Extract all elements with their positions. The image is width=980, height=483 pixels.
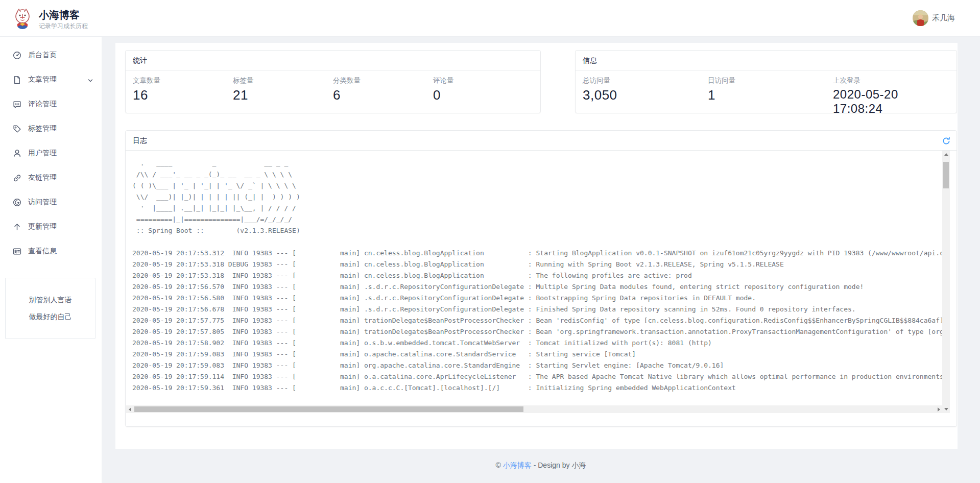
chevron-down-icon[interactable] — [87, 77, 93, 85]
info-card: 信息 总访问量 3,050 日访问量 1 上次登录 2020-05-20 17:… — [575, 50, 957, 113]
sidebar-item-tags[interactable]: 标签管理 — [0, 116, 102, 141]
vertical-scrollbar-thumb[interactable] — [943, 162, 949, 188]
log-card-title: 日志 — [133, 136, 147, 144]
motto-line-2: 做最好的自己 — [29, 312, 72, 322]
sidebar-item-updates[interactable]: 更新管理 — [0, 214, 102, 239]
sidebar-item-label: 文章管理 — [28, 75, 57, 84]
stat-label: 评论量 — [433, 76, 533, 85]
stat-categories: 分类数量 6 — [333, 76, 433, 103]
scroll-right-icon[interactable] — [935, 405, 943, 413]
footer-suffix: - Design by 小海 — [532, 461, 586, 469]
user-menu[interactable]: 禾几海 — [913, 10, 955, 26]
stat-articles: 文章数量 16 — [133, 76, 233, 103]
log-card: 日志 . ____ _ __ _ _ /\\ / ___'_ __ _ _(_)… — [125, 130, 957, 427]
sidebar-item-articles[interactable]: 文章管理 — [0, 67, 102, 92]
stat-value: 16 — [133, 87, 233, 103]
visit-icon — [13, 198, 21, 207]
stat-label: 上次登录 — [833, 76, 949, 85]
sidebar-item-label: 后台首页 — [28, 51, 57, 60]
stat-label: 总访问量 — [583, 76, 708, 85]
stat-label: 分类数量 — [333, 76, 433, 85]
stat-value: 1 — [708, 87, 833, 103]
sidebar-item-label: 更新管理 — [28, 222, 57, 231]
sidebar-item-view-info[interactable]: 查看信息 — [0, 239, 102, 263]
footer: © 小海博客 - Design by 小海 — [102, 461, 980, 470]
sidebar-item-users[interactable]: 用户管理 — [0, 141, 102, 165]
top-header: 小海博客 记录学习成长历程 禾几海 — [0, 0, 980, 37]
sidebar-item-comments[interactable]: 评论管理 — [0, 92, 102, 116]
stat-label: 文章数量 — [133, 76, 233, 85]
info-card-icon — [13, 247, 21, 256]
site-title: 小海博客 — [39, 9, 88, 21]
username[interactable]: 禾几海 — [932, 13, 955, 23]
user-avatar[interactable] — [913, 10, 928, 26]
stat-value: 6 — [333, 87, 433, 103]
link-icon — [13, 174, 21, 182]
update-icon — [13, 223, 21, 231]
vertical-scrollbar[interactable] — [942, 151, 950, 413]
stat-last-login: 上次登录 2020-05-20 17:08:24 — [833, 76, 949, 116]
footer-brand-link[interactable]: 小海博客 — [503, 461, 532, 469]
main-panel: 统计 文章数量 16 标签量 21 分类数量 6 评论量 0 信息 总访 — [115, 43, 958, 449]
stat-total-visits: 总访问量 3,050 — [583, 76, 708, 116]
log-output: . ____ _ __ _ _ /\\ / ___'_ __ _ _(_)_ _… — [132, 158, 942, 403]
stat-label: 日访问量 — [708, 76, 833, 85]
stat-tags: 标签量 21 — [233, 76, 333, 103]
comment-icon — [13, 100, 21, 109]
info-card-title: 信息 — [576, 51, 957, 70]
footer-copyright: © — [496, 461, 503, 469]
horizontal-scrollbar[interactable] — [126, 405, 943, 413]
stat-daily-visits: 日访问量 1 — [708, 76, 833, 116]
scroll-up-icon[interactable] — [942, 151, 950, 158]
sidebar-item-label: 用户管理 — [28, 149, 57, 158]
dashboard-icon — [13, 51, 21, 60]
sidebar: 后台首页 文章管理 评论管理 标签管理 用 — [0, 37, 102, 483]
article-icon — [13, 76, 21, 84]
stat-value: 21 — [233, 87, 333, 103]
stats-card: 统计 文章数量 16 标签量 21 分类数量 6 评论量 0 — [125, 50, 541, 113]
brand: 小海博客 记录学习成长历程 — [11, 7, 88, 32]
sidebar-item-links[interactable]: 友链管理 — [0, 165, 102, 190]
sidebar-item-visits[interactable]: 访问管理 — [0, 190, 102, 214]
site-subtitle: 记录学习成长历程 — [39, 22, 88, 31]
horizontal-scrollbar-thumb[interactable] — [134, 406, 523, 412]
sidebar-item-label: 访问管理 — [28, 198, 57, 207]
stat-value: 3,050 — [583, 87, 708, 103]
refresh-icon[interactable] — [941, 136, 951, 146]
stat-value: 0 — [433, 87, 533, 103]
stat-label: 标签量 — [233, 76, 333, 85]
cartoon-mascot-logo-icon — [11, 7, 34, 32]
sidebar-item-dashboard[interactable]: 后台首页 — [0, 43, 102, 67]
tag-icon — [13, 125, 21, 133]
sidebar-item-label: 查看信息 — [28, 247, 57, 256]
stats-card-title: 统计 — [126, 51, 540, 70]
stat-comments: 评论量 0 — [433, 76, 533, 103]
sidebar-item-label: 标签管理 — [28, 124, 57, 133]
user-icon — [13, 149, 21, 158]
log-body: . ____ _ __ _ _ /\\ / ___'_ __ _ _(_)_ _… — [126, 151, 957, 426]
motto-box: 别管别人言语 做最好的自己 — [5, 278, 95, 339]
stat-value: 2020-05-20 17:08:24 — [833, 87, 949, 116]
scroll-left-icon[interactable] — [126, 405, 134, 413]
sidebar-item-label: 友链管理 — [28, 173, 57, 182]
scroll-down-icon[interactable] — [942, 405, 950, 413]
sidebar-item-label: 评论管理 — [28, 100, 57, 109]
motto-line-1: 别管别人言语 — [29, 296, 72, 305]
